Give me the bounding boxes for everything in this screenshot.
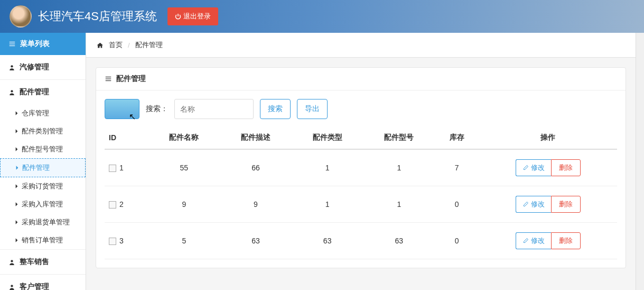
svg-rect-2 xyxy=(10,46,15,46)
cell-stock: 0 xyxy=(435,186,479,223)
col-header-4: 配件型号 xyxy=(363,126,435,149)
row-checkbox[interactable] xyxy=(109,238,116,245)
main-content: 首页 / 配件管理 配件管理 ↖ 搜索： 搜索 导出 xyxy=(86,33,636,290)
col-header-0: ID xyxy=(105,126,148,149)
cell-model: 63 xyxy=(363,223,435,259)
caret-right-icon xyxy=(15,147,18,152)
col-header-2: 配件描述 xyxy=(220,126,292,149)
menu-group-1[interactable]: 配件管理 xyxy=(0,80,86,104)
sidebar-item-1-3[interactable]: 配件管理 xyxy=(0,158,86,177)
svg-rect-9 xyxy=(106,78,111,79)
cell-id: 2 xyxy=(119,200,124,209)
table-row: 15566117修改删除 xyxy=(105,149,617,186)
search-input[interactable] xyxy=(174,99,254,119)
search-button[interactable]: 搜索 xyxy=(260,99,291,119)
sidebar-item-1-6[interactable]: 采购退货单管理 xyxy=(0,213,86,231)
svg-point-5 xyxy=(11,260,13,262)
app-header: 长理汽车4S店管理系统 退出登录 xyxy=(0,0,644,33)
cell-name: 55 xyxy=(148,149,220,186)
row-checkbox[interactable] xyxy=(109,165,116,172)
user-icon xyxy=(8,89,15,96)
col-header-3: 配件类型 xyxy=(292,126,363,149)
cell-desc: 63 xyxy=(220,223,292,259)
cell-type: 1 xyxy=(292,149,363,186)
cell-desc: 66 xyxy=(220,149,292,186)
sidebar-item-1-1[interactable]: 配件类别管理 xyxy=(0,122,86,140)
delete-button[interactable]: 删除 xyxy=(551,196,581,213)
sidebar: 菜单列表 汽修管理配件管理仓库管理配件类别管理配件型号管理配件管理采购订货管理采… xyxy=(0,33,86,290)
edit-icon xyxy=(522,238,529,244)
avatar xyxy=(10,5,32,28)
sidebar-item-1-0[interactable]: 仓库管理 xyxy=(0,104,86,122)
home-icon xyxy=(97,42,104,49)
breadcrumb-current: 配件管理 xyxy=(135,40,163,50)
caret-right-icon xyxy=(15,165,19,170)
menu-group-2[interactable]: 整车销售 xyxy=(0,250,86,274)
cell-name: 5 xyxy=(148,223,220,259)
caret-right-icon xyxy=(15,238,18,243)
svg-rect-1 xyxy=(10,43,15,44)
cursor-icon: ↖ xyxy=(129,112,136,122)
cell-stock: 0 xyxy=(435,223,479,259)
svg-rect-10 xyxy=(106,80,111,81)
cell-model: 1 xyxy=(363,186,435,223)
panel: 配件管理 ↖ 搜索： 搜索 导出 ID配件名称配件描述配件类型配件型号库存操作 … xyxy=(96,67,626,268)
cell-model: 1 xyxy=(363,149,435,186)
cell-id: 3 xyxy=(119,237,124,245)
svg-point-3 xyxy=(11,65,13,67)
user-icon xyxy=(8,284,15,291)
caret-right-icon xyxy=(15,202,18,207)
panel-header: 配件管理 xyxy=(96,68,626,90)
scrollbar-vertical[interactable] xyxy=(636,33,644,290)
add-button[interactable]: ↖ xyxy=(105,99,139,119)
cell-type: 63 xyxy=(292,223,363,259)
delete-button[interactable]: 删除 xyxy=(551,232,581,249)
export-button[interactable]: 导出 xyxy=(297,99,328,119)
svg-point-4 xyxy=(11,90,13,92)
edit-button[interactable]: 修改 xyxy=(516,232,551,249)
cell-desc: 9 xyxy=(220,186,292,223)
menu-icon xyxy=(105,75,112,83)
cell-stock: 7 xyxy=(435,149,479,186)
sidebar-item-1-2[interactable]: 配件型号管理 xyxy=(0,140,86,158)
svg-rect-8 xyxy=(106,77,111,77)
app-title: 长理汽车4S店管理系统 xyxy=(38,8,157,24)
breadcrumb: 首页 / 配件管理 xyxy=(86,33,636,58)
caret-right-icon xyxy=(15,184,18,189)
caret-right-icon xyxy=(15,111,18,116)
col-header-5: 库存 xyxy=(435,126,479,149)
logout-button[interactable]: 退出登录 xyxy=(167,7,218,25)
col-header-1: 配件名称 xyxy=(148,126,220,149)
user-icon xyxy=(8,64,15,71)
cell-id: 1 xyxy=(119,164,124,172)
sidebar-item-1-4[interactable]: 采购订货管理 xyxy=(0,177,86,195)
svg-point-6 xyxy=(11,285,13,287)
caret-right-icon xyxy=(15,129,18,134)
breadcrumb-home[interactable]: 首页 xyxy=(109,40,123,50)
sidebar-item-1-5[interactable]: 采购入库管理 xyxy=(0,195,86,213)
breadcrumb-sep: / xyxy=(128,41,130,49)
caret-right-icon xyxy=(15,220,18,225)
delete-button[interactable]: 删除 xyxy=(551,159,581,176)
menu-header: 菜单列表 xyxy=(0,33,86,55)
svg-rect-0 xyxy=(10,42,15,42)
table-row: 299110修改删除 xyxy=(105,186,617,223)
cell-name: 9 xyxy=(148,186,220,223)
search-label: 搜索： xyxy=(146,104,168,114)
edit-icon xyxy=(522,201,529,207)
row-checkbox[interactable] xyxy=(109,201,116,209)
sidebar-item-1-7[interactable]: 销售订单管理 xyxy=(0,231,86,249)
edit-button[interactable]: 修改 xyxy=(516,196,551,213)
user-icon xyxy=(8,259,15,266)
edit-button[interactable]: 修改 xyxy=(516,159,551,176)
col-header-6: 操作 xyxy=(479,126,617,149)
power-icon xyxy=(175,13,181,20)
menu-group-0[interactable]: 汽修管理 xyxy=(0,55,86,79)
list-icon xyxy=(8,40,16,48)
cell-type: 1 xyxy=(292,186,363,223)
data-table: ID配件名称配件描述配件类型配件型号库存操作 15566117修改删除29911… xyxy=(105,126,617,259)
toolbar: ↖ 搜索： 搜索 导出 xyxy=(105,99,617,119)
edit-icon xyxy=(522,165,529,171)
table-row: 356363630修改删除 xyxy=(105,223,617,259)
menu-group-3[interactable]: 客户管理 xyxy=(0,275,86,290)
